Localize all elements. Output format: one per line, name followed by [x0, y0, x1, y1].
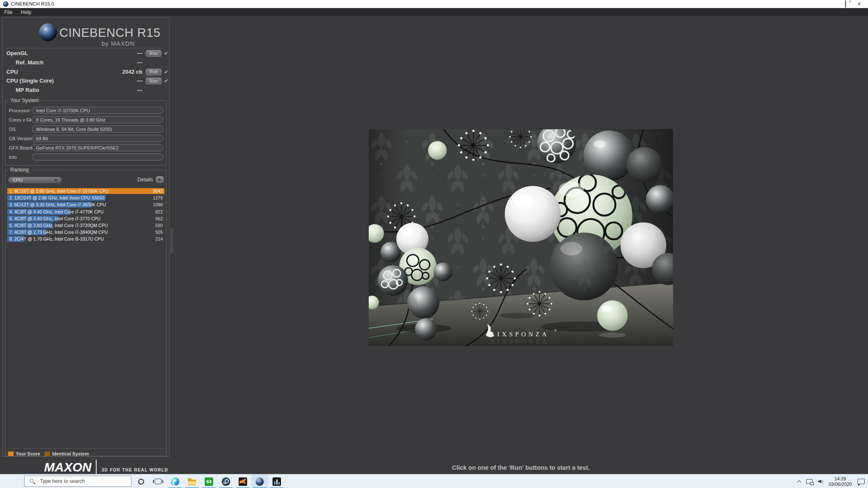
- details-button[interactable]: ▶: [156, 176, 164, 183]
- close-button[interactable]: ✕: [853, 0, 865, 8]
- network-icon[interactable]: [806, 479, 812, 484]
- system-field-row: Cores x GHz8 Cores, 16 Threads @ 3.80 GH…: [6, 116, 166, 125]
- benchmark-label: CPU (Single Core): [6, 76, 54, 86]
- svg-text:AIXSPONZA: AIXSPONZA: [490, 338, 549, 345]
- task-view-icon: [155, 479, 161, 484]
- benchmark-row: CPU (Single Core)---Run✔: [3, 76, 169, 86]
- legend-label: Identical System: [52, 451, 89, 456]
- ranking-filter-dropdown[interactable]: CPU: [8, 177, 62, 183]
- menu-help[interactable]: Help: [17, 8, 36, 17]
- run-button[interactable]: Run: [146, 69, 161, 75]
- restore-button[interactable]: [837, 0, 850, 8]
- separator: [8, 448, 164, 449]
- system-field-row: OSWindows 8, 64 Bit, Core (build 9200): [6, 125, 166, 134]
- title-bar: CINEBENCH R15.0 ✕: [0, 0, 868, 8]
- ranking-row: 8. 2C/4T @ 1.70 GHz, Intel Core i5-3317U…: [7, 236, 164, 242]
- ranking-row: 3. 6C/12T @ 3.30 GHz, Intel Core i7-3930…: [7, 202, 164, 208]
- system-tray: 14:29 03/06/2020: [798, 474, 865, 488]
- cinebench-logo-icon: [39, 23, 57, 41]
- taskbar-cinebench[interactable]: [251, 474, 268, 488]
- maxon-footer: MAXON 3D FOR THE REAL WORLD: [44, 459, 168, 476]
- taskbar: 64 14:29 03/06/2020: [0, 474, 868, 488]
- taskbar-cpuid-64[interactable]: 64: [200, 474, 217, 488]
- benchmark-label: MP Ratio: [16, 86, 39, 95]
- tray-date: 03/06/2020: [829, 482, 852, 487]
- run-button[interactable]: Run: [146, 78, 161, 84]
- logo-subtitle: by MAXON: [3, 40, 135, 47]
- ranking-list: 1. 8C/16T @ 3.80 GHz, Intel Core i7-1070…: [7, 188, 164, 247]
- afterburner-icon: [239, 477, 247, 486]
- render-scene: AIXSPONZA ® AIXSPONZA: [369, 129, 673, 346]
- speaker-icon[interactable]: [818, 479, 823, 484]
- clock[interactable]: 14:29 03/06/2020: [829, 476, 852, 487]
- taskbar-file-explorer[interactable]: [184, 474, 200, 488]
- ranking-entry-label: 2. 12C/24T @ 2.66 GHz, Intel Xeon CPU X5…: [9, 195, 104, 201]
- start-button[interactable]: [0, 474, 19, 488]
- benchmark-label: Ref. Match: [16, 58, 44, 67]
- minimize-button[interactable]: [822, 0, 835, 8]
- search-input[interactable]: [24, 476, 131, 487]
- ranking-legend: Your ScoreIdentical System: [8, 451, 93, 457]
- ranking-entry-score: 214: [155, 236, 163, 242]
- notification-center-icon[interactable]: [857, 479, 865, 484]
- benchmark-value: 2042 cb: [122, 67, 142, 77]
- taskbar-steam[interactable]: [217, 474, 234, 488]
- tray-expand-icon[interactable]: [797, 480, 801, 484]
- ranking-filter-value: CPU: [8, 177, 61, 183]
- benchmark-value: ---: [137, 86, 142, 95]
- details-label: Details: [137, 177, 153, 183]
- status-message: Click on one of the 'Run' buttons to sta…: [369, 464, 673, 471]
- svg-text:AIXSPONZA: AIXSPONZA: [490, 331, 549, 338]
- run-button[interactable]: Run: [146, 50, 161, 57]
- ranking-entry-score: 1279: [153, 195, 163, 201]
- ranking-entry-score: 505: [155, 229, 163, 235]
- ranking-entry-label: 8. 2C/4T @ 1.70 GHz, Intel Core i5-3317U…: [9, 236, 104, 242]
- performance-monitor-icon: [273, 477, 281, 486]
- group-title: Your System: [8, 97, 41, 103]
- ranking-entry-score: 662: [155, 216, 163, 222]
- system-field-value-box: [32, 153, 163, 161]
- system-field-value: Intel Core i7-10700K CPU: [32, 107, 163, 113]
- cinebench-icon: [256, 477, 264, 486]
- menu-bar: FileHelp: [0, 8, 868, 16]
- ranking-entry-score: 2042: [153, 188, 163, 194]
- ranking-entry-label: 5. 4C/8T @ 3.40 GHz, Intel Core i7-3770 …: [9, 216, 100, 222]
- menu-file[interactable]: File: [0, 8, 17, 17]
- taskbar-edge[interactable]: [167, 474, 184, 488]
- system-field-value-box: Intel Core i7-10700K CPU: [32, 107, 163, 114]
- logo-title: CINEBENCH R15: [59, 26, 161, 40]
- maxon-logo: MAXON: [44, 460, 92, 474]
- system-field-value-box: 8 Cores, 16 Threads @ 3.80 GHz: [32, 116, 163, 123]
- system-field-value: GeForce RTX 2070 SUPER/PCIe/SSE2: [32, 144, 163, 150]
- ranking-entry-score: 1096: [153, 202, 163, 208]
- taskbar-task-view[interactable]: [150, 474, 167, 488]
- taskbar-performance-monitor[interactable]: [268, 474, 285, 488]
- ranking-row: 6. 4C/8T @ 2.60 GHz, Intel Core i7-3720Q…: [7, 222, 164, 228]
- benchmark-row: MP Ratio---: [3, 86, 169, 95]
- taskbar-cortana[interactable]: [133, 474, 150, 488]
- system-field-value: 64 Bit: [32, 135, 163, 141]
- logo-row: CINEBENCH R15 by MAXON: [3, 21, 169, 47]
- your-system-group: Your System ProcessorIntel Core i7-10700…: [5, 100, 167, 166]
- ranking-row: 7. 4C/8T @ 2.79 GHz, Intel Core i7-3840Q…: [7, 229, 164, 235]
- cortana-icon: [138, 479, 144, 485]
- benchmark-row: OpenGL---Run✔: [3, 49, 169, 58]
- ranking-row: 2. 12C/24T @ 2.66 GHz, Intel Xeon CPU X5…: [7, 195, 164, 201]
- system-field-value: [32, 154, 163, 155]
- cinebench-app-icon: [3, 1, 8, 7]
- ranking-entry-label: 1. 8C/16T @ 3.80 GHz, Intel Core i7-1070…: [9, 188, 108, 194]
- check-icon: ✔: [164, 49, 168, 58]
- system-field-value: Windows 8, 64 Bit, Core (build 9200): [32, 126, 163, 132]
- system-field-value-box: 64 Bit: [32, 135, 163, 142]
- system-field-value-box: GeForce RTX 2070 SUPER/PCIe/SSE2: [32, 144, 163, 151]
- window-title: CINEBENCH R15.0: [11, 1, 54, 6]
- benchmark-value: ---: [137, 76, 142, 86]
- legend-swatch: [8, 452, 14, 456]
- scrollbar-thumb[interactable]: [170, 229, 173, 253]
- system-field-row: GFX BoardGeForce RTX 2070 SUPER/PCIe/SSE…: [6, 144, 166, 153]
- benchmark-value: ---: [137, 49, 142, 58]
- benchmark-label: OpenGL: [6, 49, 28, 58]
- divider: [96, 460, 97, 475]
- taskbar-afterburner[interactable]: [234, 474, 251, 488]
- ranking-row: 4. 4C/8T @ 4.40 GHz, Intel Core i7-4770K…: [7, 209, 164, 215]
